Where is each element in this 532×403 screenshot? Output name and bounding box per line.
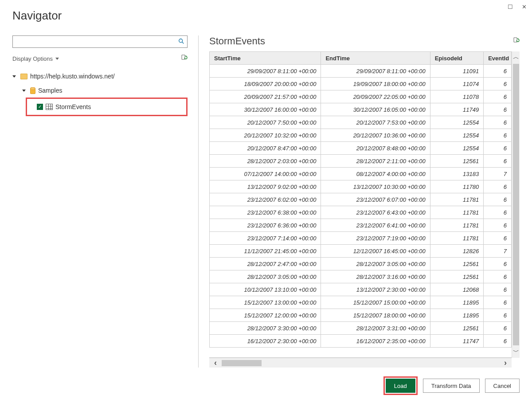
table-row[interactable]: 28/12/2007 2:03:00 +00:0028/12/2007 2:11…	[210, 155, 512, 168]
cell-starttime: 30/12/2007 16:00:00 +00:00	[210, 103, 321, 116]
table-row[interactable]: 15/12/2007 12:00:00 +00:0015/12/2007 18:…	[210, 309, 512, 322]
table-row[interactable]: 20/09/2007 21:57:00 +00:0020/09/2007 22:…	[210, 90, 512, 103]
display-options-dropdown[interactable]: Display Options	[12, 55, 59, 62]
caret-icon	[12, 75, 16, 78]
preview-pane: StormEvents StartTime EndTime EpisodeId	[199, 35, 520, 368]
cancel-button[interactable]: Cancel	[485, 379, 520, 393]
preview-table[interactable]: StartTime EndTime EpisodeId EventId 29/0…	[209, 51, 512, 348]
table-row[interactable]: 20/12/2007 8:47:00 +00:0020/12/2007 8:48…	[210, 142, 512, 155]
scroll-thumb[interactable]	[513, 64, 519, 345]
load-button[interactable]: Load	[386, 379, 415, 393]
cell-starttime: 13/12/2007 9:02:00 +00:00	[210, 180, 321, 193]
cell-eventid: 6	[484, 129, 512, 142]
cell-episodeid: 11749	[430, 103, 483, 116]
cell-starttime: 20/12/2007 8:47:00 +00:00	[210, 142, 321, 155]
table-row[interactable]: 18/09/2007 20:00:00 +00:0019/09/2007 18:…	[210, 78, 512, 90]
cell-episodeid: 11074	[430, 78, 483, 90]
transform-data-button[interactable]: Transform Data	[423, 379, 480, 393]
table-header-row: StartTime EndTime EpisodeId EventId	[210, 52, 512, 65]
table-row[interactable]: 13/12/2007 9:02:00 +00:0013/12/2007 10:3…	[210, 180, 512, 193]
cell-eventid: 6	[484, 65, 512, 78]
cell-starttime: 11/12/2007 21:45:00 +00:00	[210, 245, 321, 258]
cell-episodeid: 11747	[430, 335, 483, 348]
cell-starttime: 23/12/2007 6:02:00 +00:00	[210, 193, 321, 206]
cell-endtime: 28/12/2007 3:16:00 +00:00	[321, 270, 430, 283]
table-row[interactable]: 28/12/2007 3:30:00 +00:0028/12/2007 3:31…	[210, 322, 512, 335]
scroll-left-icon[interactable]: ‹	[209, 358, 222, 368]
table-row[interactable]: 28/12/2007 2:47:00 +00:0028/12/2007 3:05…	[210, 258, 512, 270]
col-header-episodeid[interactable]: EpisodeId	[430, 52, 483, 65]
table-row[interactable]: 20/12/2007 7:50:00 +00:0020/12/2007 7:53…	[210, 116, 512, 129]
cell-episodeid: 12561	[430, 322, 483, 335]
tree-node-table-highlight: ✓ StormEvents	[26, 98, 188, 116]
close-icon[interactable]: ✕	[522, 4, 527, 10]
cell-endtime: 12/12/2007 16:45:00 +00:00	[321, 245, 430, 258]
table-row[interactable]: 15/12/2007 13:00:00 +00:0015/12/2007 15:…	[210, 296, 512, 309]
cell-starttime: 28/12/2007 2:47:00 +00:00	[210, 258, 321, 270]
cell-episodeid: 11895	[430, 296, 483, 309]
table-row[interactable]: 10/12/2007 13:10:00 +00:0013/12/2007 2:3…	[210, 283, 512, 296]
cell-episodeid: 12561	[430, 155, 483, 168]
search-input[interactable]	[16, 38, 178, 46]
cell-starttime: 28/12/2007 3:05:00 +00:00	[210, 270, 321, 283]
cell-endtime: 23/12/2007 6:41:00 +00:00	[321, 219, 430, 232]
refresh-icon[interactable]	[180, 54, 188, 63]
cell-starttime: 23/12/2007 6:36:00 +00:00	[210, 219, 321, 232]
cell-eventid: 6	[484, 232, 512, 245]
table-row[interactable]: 29/09/2007 8:11:00 +00:0029/09/2007 8:11…	[210, 65, 512, 78]
svg-line-1	[182, 42, 184, 43]
col-header-eventid[interactable]: EventId	[484, 52, 512, 65]
cell-eventid: 6	[484, 258, 512, 270]
scroll-down-icon[interactable]: ﹀	[512, 346, 520, 358]
cell-eventid: 6	[484, 296, 512, 309]
cell-eventid: 6	[484, 322, 512, 335]
cell-endtime: 23/12/2007 6:07:00 +00:00	[321, 193, 430, 206]
cell-endtime: 13/12/2007 2:30:00 +00:00	[321, 283, 430, 296]
cell-starttime: 20/09/2007 21:57:00 +00:00	[210, 90, 321, 103]
tree-node-database[interactable]: Samples	[12, 83, 188, 98]
cell-starttime: 20/12/2007 10:32:00 +00:00	[210, 129, 321, 142]
search-input-wrapper[interactable]	[12, 35, 188, 48]
cell-endtime: 30/12/2007 16:05:00 +00:00	[321, 103, 430, 116]
page-title: Navigator	[12, 9, 532, 23]
cell-eventid: 6	[484, 309, 512, 322]
scroll-thumb[interactable]	[222, 360, 262, 366]
scroll-up-icon[interactable]: ︿	[512, 51, 520, 63]
table-row[interactable]: 16/12/2007 2:30:00 +00:0016/12/2007 2:35…	[210, 335, 512, 348]
table-row[interactable]: 30/12/2007 16:00:00 +00:0030/12/2007 16:…	[210, 103, 512, 116]
vertical-scrollbar[interactable]: ︿ ﹀	[512, 51, 520, 358]
cell-starttime: 18/09/2007 20:00:00 +00:00	[210, 78, 321, 90]
col-header-starttime[interactable]: StartTime	[210, 52, 321, 65]
table-row[interactable]: 20/12/2007 10:32:00 +00:0020/12/2007 10:…	[210, 129, 512, 142]
table-row[interactable]: 23/12/2007 7:14:00 +00:0023/12/2007 7:19…	[210, 232, 512, 245]
maximize-icon[interactable]: ☐	[508, 4, 513, 10]
tree-node-connection[interactable]: https://help.kusto.windows.net/	[12, 69, 188, 83]
cell-endtime: 15/12/2007 15:00:00 +00:00	[321, 296, 430, 309]
cell-eventid: 6	[484, 206, 512, 219]
cell-eventid: 6	[484, 78, 512, 90]
cell-episodeid: 11781	[430, 219, 483, 232]
table-row[interactable]: 07/12/2007 14:00:00 +00:0008/12/2007 4:0…	[210, 168, 512, 180]
checkbox-checked-icon[interactable]: ✓	[37, 104, 43, 110]
search-icon[interactable]	[178, 38, 184, 46]
cell-eventid: 6	[484, 103, 512, 116]
cell-endtime: 13/12/2007 10:30:00 +00:00	[321, 180, 430, 193]
cell-eventid: 7	[484, 168, 512, 180]
svg-point-0	[179, 39, 183, 42]
preview-refresh-icon[interactable]	[512, 37, 520, 46]
cell-starttime: 10/12/2007 13:10:00 +00:00	[210, 283, 321, 296]
cell-eventid: 6	[484, 116, 512, 129]
tree-node-table[interactable]: ✓ StormEvents	[31, 100, 184, 114]
cell-endtime: 08/12/2007 4:00:00 +00:00	[321, 168, 430, 180]
horizontal-scrollbar[interactable]: ‹ ›	[209, 358, 512, 368]
table-row[interactable]: 23/12/2007 6:38:00 +00:0023/12/2007 6:43…	[210, 206, 512, 219]
scroll-right-icon[interactable]: ›	[499, 358, 512, 368]
col-header-endtime[interactable]: EndTime	[321, 52, 430, 65]
table-row[interactable]: 23/12/2007 6:02:00 +00:0023/12/2007 6:07…	[210, 193, 512, 206]
table-row[interactable]: 23/12/2007 6:36:00 +00:0023/12/2007 6:41…	[210, 219, 512, 232]
cell-eventid: 6	[484, 142, 512, 155]
table-row[interactable]: 28/12/2007 3:05:00 +00:0028/12/2007 3:16…	[210, 270, 512, 283]
table-row[interactable]: 11/12/2007 21:45:00 +00:0012/12/2007 16:…	[210, 245, 512, 258]
cell-eventid: 6	[484, 180, 512, 193]
cell-starttime: 29/09/2007 8:11:00 +00:00	[210, 65, 321, 78]
